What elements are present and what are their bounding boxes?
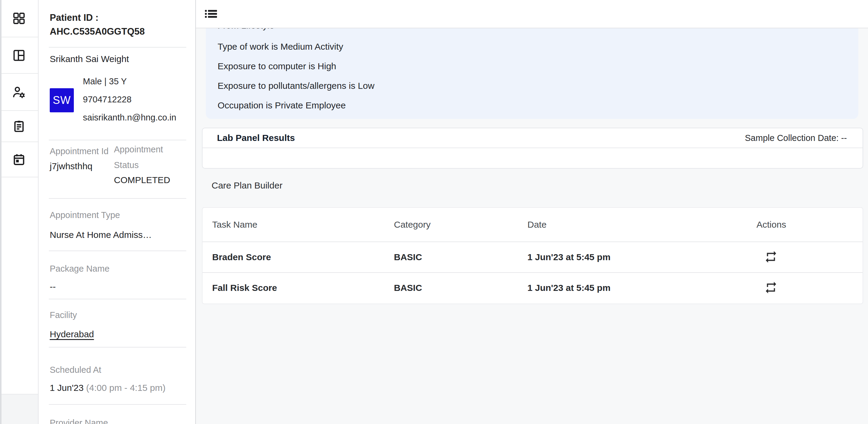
sidebar-item-dashboard[interactable] (0, 0, 38, 37)
calendar-icon (12, 153, 26, 166)
category-cell: BASIC (394, 283, 422, 293)
avatar: SW (50, 88, 74, 112)
task-name-cell: Fall Risk Score (212, 283, 277, 293)
sample-collection-date: Sample Collection Date: -- (745, 133, 847, 143)
sidebar-footer-area (0, 394, 38, 424)
lab-panel-results-card: Lab Panel Results Sample Collection Date… (202, 128, 863, 169)
repeat-action-button[interactable] (764, 250, 778, 264)
lifestyle-item: Exposure to computer is High (218, 56, 858, 76)
patient-id-block: Patient ID : AHC.C535A0GGTQ58 (50, 11, 185, 38)
appointment-status-value: COMPLETED (114, 174, 186, 186)
lifestyle-heading: From Lifestyle (218, 28, 858, 32)
lifestyle-item: Occupation is Private Employee (218, 95, 858, 115)
sidebar-item-layout[interactable] (0, 37, 38, 74)
icon-sidebar (0, 0, 38, 424)
appointment-status-label: Appointment Status (114, 141, 186, 173)
sidebar-item-patient-settings[interactable] (0, 74, 38, 111)
column-header-actions: Actions (756, 220, 786, 230)
sidebar-item-calendar[interactable] (0, 142, 38, 177)
care-plan-table: Task Name Category Date Actions Braden S… (202, 207, 863, 304)
appointment-type-value: Nurse At Home Admiss… (50, 229, 152, 241)
appointment-id-label: Appointment Id (50, 143, 110, 159)
lab-panel-title: Lab Panel Results (217, 133, 295, 143)
layout-panels-icon (12, 48, 26, 62)
patient-email: saisrikanth.n@hng.co.in (83, 108, 176, 127)
main-topbar (196, 0, 868, 28)
date-cell: 1 Jun'23 at 5:45 pm (527, 283, 611, 293)
clipboard-tasks-icon (12, 119, 26, 133)
facility-link[interactable]: Hyderabad (50, 328, 94, 340)
patient-id-value: AHC.C535A0GGTQ58 (50, 25, 185, 38)
lifestyle-heading-clipped: From Lifestyle (218, 28, 858, 32)
divider (49, 404, 186, 405)
patient-contact-block: Male | 35 Y 9704712228 saisrikanth.n@hng… (83, 72, 176, 127)
category-cell: BASIC (394, 252, 422, 262)
repeat-icon (764, 250, 778, 265)
divider (49, 251, 186, 251)
column-header-category: Category (394, 220, 431, 230)
appointment-id-block: Appointment Id j7jwhsthhq (50, 143, 110, 172)
care-plan-table-header: Task Name Category Date Actions (203, 208, 863, 241)
table-row: Fall Risk Score BASIC 1 Jun'23 at 5:45 p… (203, 272, 863, 303)
lifestyle-summary-panel: From Lifestyle Type of work is Medium Ac… (206, 28, 858, 119)
sidebar-item-tasks[interactable] (0, 111, 38, 142)
divider (49, 47, 186, 47)
appointment-id-value: j7jwhsthhq (50, 160, 110, 172)
column-header-task-name: Task Name (212, 220, 257, 230)
patient-name: Srikanth Sai Weight (50, 53, 129, 65)
divider (49, 198, 186, 199)
dashboard-grid-icon (12, 11, 26, 25)
patient-id-label: Patient ID : (50, 11, 185, 25)
sidebar-empty-area (0, 177, 38, 394)
scheduled-at-value: 1 Jun'23 (4:00 pm - 4:15 pm) (50, 382, 165, 394)
patient-demographics: Male | 35 Y (83, 72, 176, 90)
package-name-label: Package Name (50, 261, 110, 276)
avatar-initials: SW (53, 94, 71, 107)
repeat-action-button[interactable] (764, 281, 778, 295)
scheduled-at-label: Scheduled At (50, 362, 101, 378)
care-plan-builder-title: Care Plan Builder (212, 181, 282, 191)
appointment-status-block: Appointment Status COMPLETED (114, 141, 186, 186)
list-view-button[interactable] (205, 9, 219, 20)
facility-label: Facility (50, 307, 77, 323)
lifestyle-item: Type of work is Medium Activity (218, 37, 858, 56)
provider-name-label: Provider Name (50, 415, 108, 424)
task-name-cell: Braden Score (212, 252, 271, 262)
patient-phone: 9704712228 (83, 90, 176, 108)
column-header-date: Date (527, 220, 547, 230)
divider (49, 299, 186, 299)
scheduled-time-range: (4:00 pm - 4:15 pm) (86, 383, 165, 393)
scheduled-date: 1 Jun'23 (50, 383, 84, 393)
person-gear-icon (12, 85, 26, 99)
lifestyle-item: Exposure to pollutants/allergens is Low (218, 76, 858, 95)
repeat-icon (764, 281, 778, 295)
lifestyle-items: Type of work is Medium Activity Exposure… (218, 37, 858, 115)
divider (49, 140, 186, 140)
appointment-type-label: Appointment Type (50, 207, 120, 223)
patient-info-panel: Patient ID : AHC.C535A0GGTQ58 Srikanth S… (38, 0, 196, 424)
lab-panel-header: Lab Panel Results Sample Collection Date… (203, 128, 863, 148)
package-name-value: -- (50, 281, 56, 293)
list-icon (205, 10, 217, 19)
table-row: Braden Score BASIC 1 Jun'23 at 5:45 pm (203, 241, 863, 272)
divider (49, 347, 186, 348)
date-cell: 1 Jun'23 at 5:45 pm (527, 252, 611, 262)
page-left-strip (0, 0, 1, 424)
